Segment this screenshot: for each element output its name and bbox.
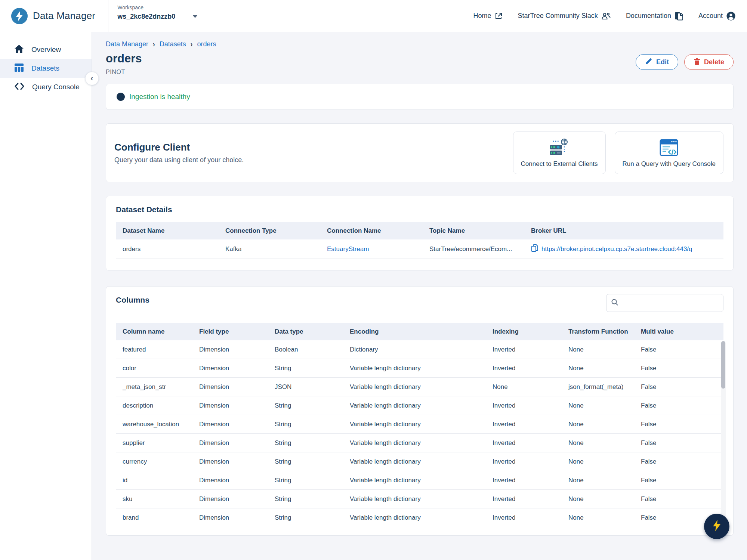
workspace-label: Workspace [117, 4, 201, 10]
field-type-cell: Dimension [192, 477, 268, 484]
breadcrumb-current-orders: orders [197, 40, 216, 48]
pencil-icon [645, 58, 652, 67]
indexing-cell: Inverted [486, 439, 562, 447]
encoding-cell: Dictionary [343, 346, 486, 353]
sidebar-item-datasets[interactable]: Datasets [0, 59, 92, 78]
broker-url-link[interactable]: https://broker.pinot.celpxu.cp.s7e.start… [541, 245, 692, 253]
column-header: Transform Function [562, 328, 634, 335]
sidebar-collapse-button[interactable]: ‹ [85, 72, 99, 85]
people-icon [601, 12, 611, 20]
column-name-cell: supplier [116, 439, 192, 447]
encoding-cell: Variable length dictionary [343, 495, 486, 503]
field-type-cell: Dimension [192, 402, 268, 409]
edit-button[interactable]: Edit [636, 54, 678, 70]
copy-icon[interactable] [531, 244, 538, 254]
breadcrumb-separator-icon: › [191, 40, 193, 49]
multi-value-cell: False [634, 495, 723, 503]
field-type-cell: Dimension [192, 421, 268, 428]
edit-button-label: Edit [656, 58, 669, 66]
startree-logo-icon [11, 8, 28, 24]
nav-home[interactable]: Home [473, 12, 503, 20]
columns-search[interactable] [606, 294, 723, 312]
transform-function-cell: None [562, 439, 634, 447]
assistant-fab-button[interactable] [704, 514, 729, 539]
columns-table-body: featured Dimension Boolean Dictionary In… [116, 340, 723, 527]
table-row: featured Dimension Boolean Dictionary In… [116, 340, 723, 359]
datasets-icon [14, 63, 24, 74]
data-type-cell: String [268, 365, 343, 372]
column-header: Encoding [343, 328, 486, 335]
search-icon [611, 298, 618, 307]
nav-slack-label: StarTree Community Slack [518, 12, 598, 20]
column-name-cell: color [116, 365, 192, 372]
data-type-cell: String [268, 421, 343, 428]
data-type-cell: String [268, 402, 343, 409]
breadcrumb-datasets[interactable]: Datasets [160, 40, 186, 48]
sidebar-item-label: Query Console [32, 83, 80, 91]
field-type-cell: Dimension [192, 458, 268, 465]
nav-account[interactable]: Account [698, 11, 736, 21]
topic-name-cell: StarTree/ecommerce/Ecom... [423, 245, 524, 253]
multi-value-cell: False [634, 458, 723, 465]
status-dot-icon [117, 93, 125, 101]
nav-community-slack[interactable]: StarTree Community Slack [518, 12, 611, 20]
dataset-details-header-row: Dataset Name Connection Type Connection … [116, 222, 723, 239]
field-type-cell: Dimension [192, 346, 268, 353]
multi-value-cell: False [634, 402, 723, 409]
transform-function-cell: json_format(_meta) [562, 383, 634, 391]
table-row: description Dimension String Variable le… [116, 396, 723, 415]
sidebar-item-query-console[interactable]: Query Console [0, 78, 92, 96]
configure-client-title: Configure Client [114, 142, 244, 153]
data-type-cell: String [268, 439, 343, 447]
server-globe-icon [548, 137, 571, 159]
column-header: Topic Name [423, 227, 524, 235]
code-icon [14, 82, 25, 92]
app-window: Data Manager Workspace ws_2kc8e2dnzzb0 H… [0, 0, 747, 560]
encoding-cell: Variable length dictionary [343, 514, 486, 522]
table-row: currency Dimension String Variable lengt… [116, 452, 723, 471]
delete-button[interactable]: Delete [684, 54, 734, 70]
page-title: orders [106, 52, 142, 65]
dataset-name-cell: orders [116, 245, 219, 253]
table-row: _meta_json_str Dimension JSON Variable l… [116, 378, 723, 396]
transform-function-cell: None [562, 514, 634, 522]
trash-icon [694, 58, 700, 67]
field-type-cell: Dimension [192, 439, 268, 447]
column-name-cell: brand [116, 514, 192, 522]
data-type-cell: String [268, 458, 343, 465]
indexing-cell: Inverted [486, 421, 562, 428]
search-input[interactable] [622, 299, 719, 307]
sidebar-item-overview[interactable]: Overview [0, 40, 92, 59]
connect-external-clients-card[interactable]: Connect to External Clients [513, 132, 606, 174]
encoding-cell: Variable length dictionary [343, 458, 486, 465]
connection-name-link[interactable]: EstuaryStream [320, 245, 423, 253]
indexing-cell: Inverted [486, 477, 562, 484]
home-icon [14, 44, 24, 55]
query-console-icon [658, 137, 680, 159]
indexing-cell: Inverted [486, 346, 562, 353]
field-type-cell: Dimension [192, 514, 268, 522]
dataset-details-title: Dataset Details [116, 205, 723, 214]
transform-function-cell: None [562, 421, 634, 428]
nav-documentation[interactable]: Documentation [626, 11, 683, 21]
table-row: supplier Dimension String Variable lengt… [116, 434, 723, 452]
transform-function-cell: None [562, 365, 634, 372]
transform-function-cell: None [562, 458, 634, 465]
breadcrumb-data-manager[interactable]: Data Manager [106, 40, 148, 48]
page-subtitle: PINOT [106, 69, 142, 75]
indexing-cell: Inverted [486, 458, 562, 465]
workspace-selector[interactable]: Workspace ws_2kc8e2dnzzb0 [108, 0, 211, 32]
run-query-console-card[interactable]: Run a Query with Query Console [615, 132, 723, 174]
run-query-console-label: Run a Query with Query Console [623, 160, 716, 174]
column-header: Connection Type [219, 227, 320, 235]
transform-function-cell: None [562, 477, 634, 484]
sidebar-item-label: Datasets [31, 64, 59, 72]
indexing-cell: None [486, 383, 562, 391]
column-header: Connection Name [320, 227, 423, 235]
dataset-details-panel: Dataset Details Dataset Name Connection … [106, 196, 734, 270]
table-scrollbar-thumb[interactable] [721, 341, 725, 389]
table-row: id Dimension String Variable length dict… [116, 471, 723, 490]
data-type-cell: JSON [268, 383, 343, 391]
columns-panel: Columns Column name Field type Data type… [106, 286, 734, 536]
table-row: color Dimension String Variable length d… [116, 359, 723, 378]
